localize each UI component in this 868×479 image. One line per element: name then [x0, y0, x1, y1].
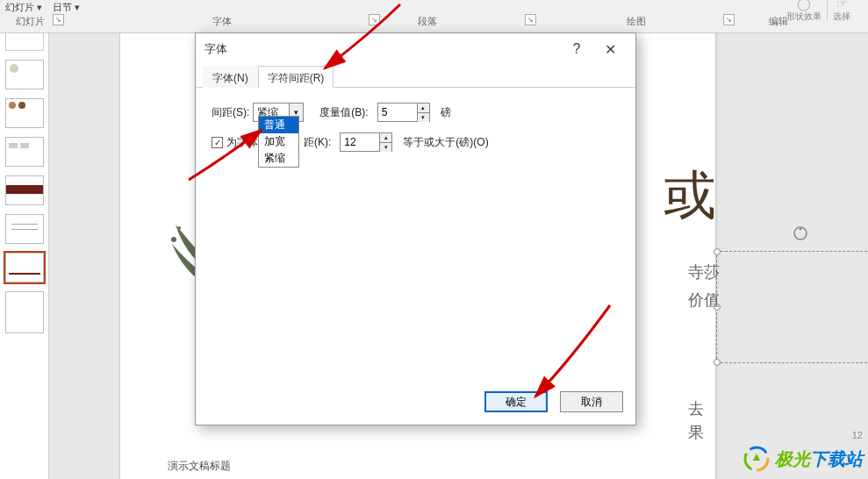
resize-handle[interactable] — [714, 248, 721, 255]
slides-dropdown[interactable]: 幻灯片 ▾ — [0, 0, 47, 15]
kerning-checkbox[interactable]: ✓ — [212, 137, 223, 148]
slide-thumbnail-panel[interactable] — [0, 33, 49, 479]
watermark-text: 极光下载站 — [775, 447, 863, 471]
dialog-close-button[interactable]: ✕ — [593, 41, 627, 58]
slide-number: 12 — [852, 430, 863, 440]
presentation-title-caption: 演示文稿标题 — [168, 459, 231, 474]
slide-bullet-text: 去 — [688, 397, 704, 421]
kerning-input[interactable] — [340, 132, 380, 152]
edit-group-label: 编辑 — [769, 15, 788, 28]
rotate-handle-icon[interactable] — [793, 225, 808, 241]
dropdown-option-expanded[interactable]: 加宽 — [259, 133, 298, 150]
watermark-logo-icon — [743, 446, 770, 472]
tab-char-spacing[interactable]: 字符间距(R) — [258, 66, 334, 88]
slide-thumbnail[interactable] — [5, 291, 44, 333]
ok-button[interactable]: 确定 — [484, 391, 548, 412]
font-dialog-launcher[interactable]: ↘ — [369, 14, 380, 25]
slide-thumbnail[interactable] — [5, 98, 44, 128]
ribbon: 幻灯片 ▾ 日节 ▾ 幻灯片 ↘ 字体 ↘ 段落 ↘ 绘图 ↘ ◯ 形状效果 ☞… — [0, 0, 868, 33]
dropdown-option-condensed[interactable]: 紧缩 — [259, 150, 298, 167]
slide-thumbnail[interactable] — [5, 214, 44, 244]
dialog-title: 字体 — [204, 41, 560, 57]
kerning-label: 距(K): — [304, 135, 331, 150]
slide-thumbnail[interactable] — [5, 137, 44, 167]
watermark: 极光下载站 — [743, 446, 863, 472]
text-placeholder-selection[interactable] — [716, 251, 868, 363]
svg-point-0 — [171, 237, 176, 242]
spacing-dropdown-list[interactable]: 普通 加宽 紧缩 — [258, 116, 299, 168]
measure-spinner[interactable]: ▴▾ — [418, 103, 430, 122]
slide-thumbnail[interactable] — [5, 60, 44, 89]
dropdown-option-normal[interactable]: 普通 — [259, 117, 298, 133]
measure-label: 度量值(B): — [319, 105, 368, 120]
kerning-spinner[interactable]: ▴▾ — [380, 132, 392, 152]
dialog-titlebar[interactable]: 字体 ? ✕ — [196, 33, 635, 65]
svg-marker-10 — [753, 454, 760, 461]
slides-group-label: 幻灯片 — [16, 15, 45, 28]
measure-unit: 磅 — [441, 105, 451, 120]
tab-font[interactable]: 字体(N) — [203, 66, 258, 88]
draw-dialog-launcher[interactable]: ↘ — [723, 14, 735, 25]
paragraph-dialog-launcher[interactable]: ↘ — [525, 14, 536, 25]
dialog-tab-strip: 字体(N) 字符间距(R) — [196, 65, 635, 88]
slide-bullet-text: 价值 — [688, 288, 720, 312]
slide-thumbnail-selected[interactable] — [5, 253, 44, 282]
kerning-tail-label: 等于或大于(磅)(O) — [403, 135, 488, 150]
select-button[interactable]: ☞ 选择 — [833, 0, 850, 23]
measure-input[interactable] — [377, 103, 418, 122]
dialog-help-button[interactable]: ? — [560, 41, 593, 57]
slide-bullet-text: 果 — [688, 420, 704, 445]
svg-point-1 — [177, 226, 181, 230]
shape-effect-button[interactable]: ◯ 形状效果 — [786, 0, 821, 23]
kerning-check-label: 为字体 — [226, 135, 258, 150]
slide-bullet-text: 寺莎 — [688, 260, 720, 284]
font-group-label: 字体 — [212, 15, 232, 28]
draw-group-label: 绘图 — [627, 15, 646, 28]
paragraph-group-label: 段落 — [418, 15, 437, 28]
resize-handle[interactable] — [714, 359, 721, 366]
slides-dialog-launcher[interactable]: ↘ — [53, 14, 64, 25]
spacing-label: 间距(S): — [212, 105, 249, 120]
slide-heading-char: 或 — [664, 161, 716, 232]
slide-thumbnail[interactable] — [5, 175, 44, 205]
cancel-button[interactable]: 取消 — [560, 391, 623, 412]
font-dialog: 字体 ? ✕ 字体(N) 字符间距(R) 间距(S): 紧缩▾ 度量值(B): … — [195, 32, 636, 425]
section-dropdown[interactable]: 日节 ▾ — [47, 0, 85, 15]
